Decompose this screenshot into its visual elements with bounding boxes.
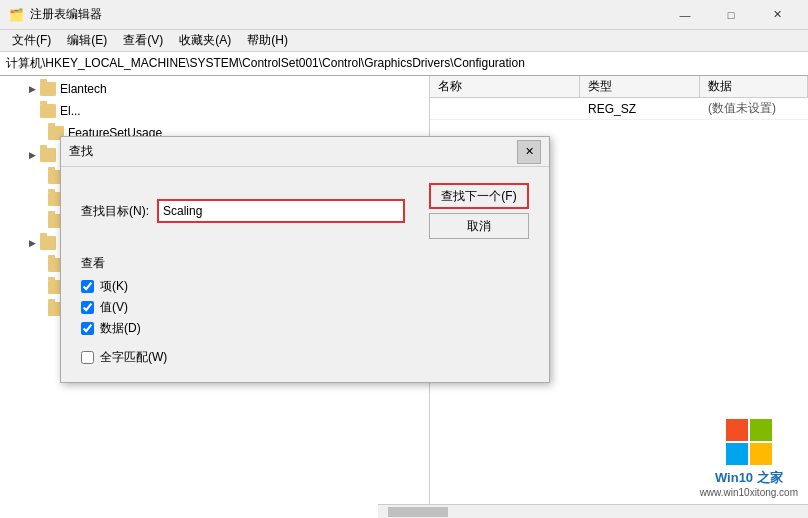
close-button[interactable]: ✕ xyxy=(754,0,800,30)
checkbox-row-value: 值(V) xyxy=(81,299,529,316)
cancel-button[interactable]: 取消 xyxy=(429,213,529,239)
address-bar: 计算机\HKEY_LOCAL_MACHINE\SYSTEM\ControlSet… xyxy=(0,52,808,76)
checkbox-key[interactable] xyxy=(81,280,94,293)
checkbox-value[interactable] xyxy=(81,301,94,314)
checkbox-data-label: 数据(D) xyxy=(100,320,141,337)
window-controls: — □ ✕ xyxy=(662,0,800,30)
checkbox-value-label: 值(V) xyxy=(100,299,128,316)
menu-help[interactable]: 帮助(H) xyxy=(239,30,296,51)
checkbox-row-data: 数据(D) xyxy=(81,320,529,337)
find-dialog: 查找 ✕ 查找目标(N): 查找下一个(F) 取消 查看 xyxy=(60,136,550,383)
fullmatch-label: 全字匹配(W) xyxy=(100,349,167,366)
app-title: 注册表编辑器 xyxy=(30,6,662,23)
menu-edit[interactable]: 编辑(E) xyxy=(59,30,115,51)
title-bar: 🗂️ 注册表编辑器 — □ ✕ xyxy=(0,0,808,30)
menu-favorites[interactable]: 收藏夹(A) xyxy=(171,30,239,51)
address-path: 计算机\HKEY_LOCAL_MACHINE\SYSTEM\ControlSet… xyxy=(6,55,525,72)
menu-view[interactable]: 查看(V) xyxy=(115,30,171,51)
checkbox-row-key: 项(K) xyxy=(81,278,529,295)
dialog-body: 查找目标(N): 查找下一个(F) 取消 查看 项(K) xyxy=(61,167,549,382)
menu-file[interactable]: 文件(F) xyxy=(4,30,59,51)
find-target-input[interactable] xyxy=(157,199,405,223)
dialog-title-text: 查找 xyxy=(69,143,517,160)
checkbox-key-label: 项(K) xyxy=(100,278,128,295)
checkbox-fullmatch[interactable] xyxy=(81,351,94,364)
dialog-title-bar: 查找 ✕ xyxy=(61,137,549,167)
main-area: ▶ Elantech ▶ El... ▶ FeatureSetUsage ▶ I… xyxy=(0,76,808,518)
checkbox-data[interactable] xyxy=(81,322,94,335)
dialog-close-button[interactable]: ✕ xyxy=(517,140,541,164)
look-at-section: 查看 项(K) 值(V) 数据(D) xyxy=(81,255,529,337)
find-next-button[interactable]: 查找下一个(F) xyxy=(429,183,529,209)
dialog-overlay: 查找 ✕ 查找目标(N): 查找下一个(F) 取消 查看 xyxy=(0,76,808,518)
find-target-row: 查找目标(N): 查找下一个(F) 取消 xyxy=(81,183,529,239)
find-target-label: 查找目标(N): xyxy=(81,203,149,220)
minimize-button[interactable]: — xyxy=(662,0,708,30)
maximize-button[interactable]: □ xyxy=(708,0,754,30)
look-at-title: 查看 xyxy=(81,255,529,272)
menu-bar: 文件(F) 编辑(E) 查看(V) 收藏夹(A) 帮助(H) xyxy=(0,30,808,52)
app-icon: 🗂️ xyxy=(8,7,24,23)
fullmatch-row: 全字匹配(W) xyxy=(81,349,529,366)
